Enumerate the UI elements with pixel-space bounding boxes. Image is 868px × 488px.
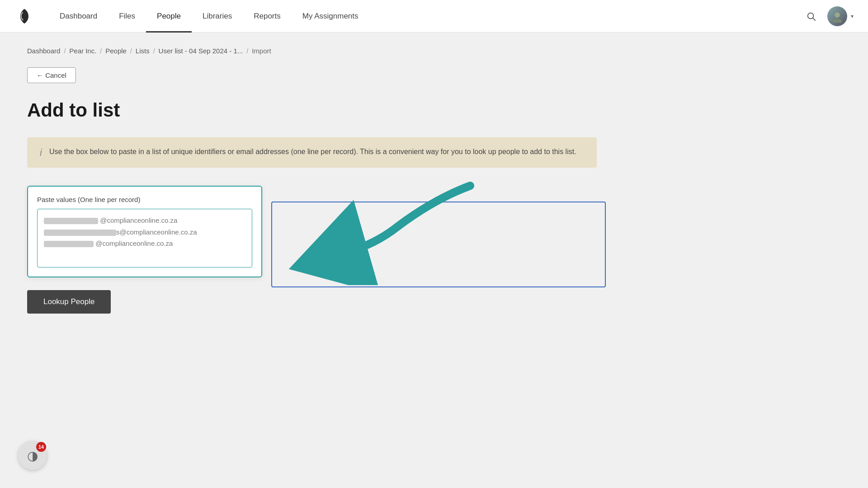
email-blurred-3 <box>44 241 94 247</box>
nav-dashboard[interactable]: Dashboard <box>49 0 108 33</box>
nav-reports[interactable]: Reports <box>243 0 292 33</box>
nav-libraries[interactable]: Libraries <box>192 0 243 33</box>
breadcrumb-sep-4: / <box>153 47 155 55</box>
notification-widget[interactable]: ◑ 14 <box>18 441 47 470</box>
avatar <box>827 6 847 26</box>
breadcrumb: Dashboard / Pear Inc. / People / Lists /… <box>27 47 841 55</box>
app-logo[interactable] <box>14 6 34 26</box>
paste-box-label: Paste values (One line per record) <box>37 196 252 203</box>
breadcrumb-sep-5: / <box>246 47 248 55</box>
breadcrumb-sep-1: / <box>64 47 66 55</box>
notification-badge: 14 <box>36 442 46 452</box>
lookup-people-button[interactable]: Lookup People <box>27 290 111 314</box>
nav-links: Dashboard Files People Libraries Reports… <box>49 0 802 33</box>
paste-box-outer: Paste values (One line per record) @comp… <box>27 186 262 277</box>
breadcrumb-import: Import <box>252 47 271 55</box>
cancel-button[interactable]: ← Cancel <box>27 67 76 83</box>
breadcrumb-pear-inc[interactable]: Pear Inc. <box>69 47 96 55</box>
email-entry-2: s@complianceonline.co.za <box>44 226 245 238</box>
widget-icon: ◑ <box>27 448 38 463</box>
nav-people[interactable]: People <box>146 0 192 33</box>
paste-section: Paste values (One line per record) @comp… <box>27 186 841 277</box>
breadcrumb-lists[interactable]: Lists <box>136 47 150 55</box>
nav-files[interactable]: Files <box>108 0 146 33</box>
nav-my-assignments[interactable]: My Assignments <box>292 0 369 33</box>
avatar-chevron-icon: ▾ <box>851 13 854 19</box>
right-empty-box <box>271 202 606 287</box>
paste-textarea[interactable]: @complianceonline.co.za s@complianceonli… <box>37 209 252 267</box>
svg-line-1 <box>813 18 815 20</box>
svg-point-2 <box>835 12 840 17</box>
search-button[interactable] <box>802 7 820 25</box>
info-text: Use the box below to paste in a list of … <box>49 146 576 157</box>
main-content: Dashboard / Pear Inc. / People / Lists /… <box>0 33 868 488</box>
breadcrumb-user-list[interactable]: User list - 04 Sep 2024 - 1... <box>159 47 243 55</box>
page-title: Add to list <box>27 99 841 121</box>
email-blurred-2 <box>44 230 116 236</box>
email-entry-3: @complianceonline.co.za <box>44 238 245 249</box>
breadcrumb-sep-2: / <box>100 47 102 55</box>
breadcrumb-dashboard[interactable]: Dashboard <box>27 47 60 55</box>
email-entry-1: @complianceonline.co.za <box>44 215 245 226</box>
breadcrumb-people[interactable]: People <box>105 47 127 55</box>
info-box: i Use the box below to paste in a list o… <box>27 137 597 168</box>
paste-box-wrapper: Paste values (One line per record) @comp… <box>27 186 262 277</box>
navbar: Dashboard Files People Libraries Reports… <box>0 0 868 33</box>
info-icon: i <box>40 147 42 159</box>
user-avatar-button[interactable]: ▾ <box>827 6 854 26</box>
email-blurred-1 <box>44 218 98 224</box>
nav-right: ▾ <box>802 6 854 26</box>
breadcrumb-sep-3: / <box>130 47 132 55</box>
svg-point-3 <box>833 19 842 22</box>
